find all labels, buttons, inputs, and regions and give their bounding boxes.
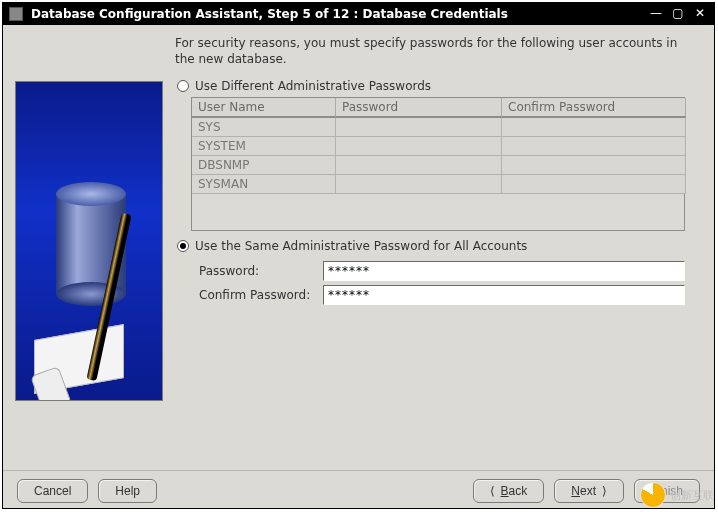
intro-text: For security reasons, you must specify p…	[175, 35, 700, 67]
table-header-row: User Name Password Confirm Password	[192, 98, 684, 118]
wizard-image	[15, 81, 163, 401]
wizard-main: For security reasons, you must specify p…	[167, 25, 714, 470]
password-label: Password:	[199, 264, 317, 278]
table-row: SYSTEM	[192, 137, 684, 156]
radio-unselected-icon	[177, 80, 189, 92]
chevron-left-icon: ⟨	[490, 484, 495, 498]
back-button[interactable]: ⟨ Back	[473, 479, 545, 503]
titlebar: Database Configuration Assistant, Step 5…	[3, 3, 714, 25]
col-password: Password	[336, 98, 502, 118]
cell-password	[336, 175, 502, 194]
option-same-password[interactable]: Use the Same Administrative Password for…	[177, 239, 700, 253]
wizard-footer: Cancel Help ⟨ Back Next ⟩ Finish	[3, 470, 714, 510]
cell-confirm	[502, 156, 686, 175]
watermark: 创新互联	[640, 482, 714, 508]
wizard-sidebar	[3, 25, 167, 470]
option-different-passwords[interactable]: Use Different Administrative Passwords	[177, 79, 700, 93]
option-different-label: Use Different Administrative Passwords	[195, 79, 431, 93]
watermark-icon	[640, 482, 666, 508]
col-user: User Name	[192, 98, 336, 118]
option-same-label: Use the Same Administrative Password for…	[195, 239, 527, 253]
table-row: DBSNMP	[192, 156, 684, 175]
minimize-icon[interactable]: —	[648, 7, 664, 21]
password-input[interactable]	[323, 261, 685, 281]
credentials-table: User Name Password Confirm Password SYS …	[191, 97, 685, 231]
cell-user: SYSMAN	[192, 175, 336, 194]
cell-confirm	[502, 137, 686, 156]
cell-password	[336, 137, 502, 156]
maximize-icon[interactable]: ▢	[670, 7, 686, 21]
cell-confirm	[502, 175, 686, 194]
cell-user: SYS	[192, 118, 336, 137]
next-button[interactable]: Next ⟩	[554, 479, 624, 503]
app-window: Database Configuration Assistant, Step 5…	[2, 2, 715, 509]
col-confirm: Confirm Password	[502, 98, 686, 118]
table-row: SYS	[192, 118, 684, 137]
cell-user: SYSTEM	[192, 137, 336, 156]
cell-confirm	[502, 118, 686, 137]
chevron-right-icon: ⟩	[602, 484, 607, 498]
app-icon	[9, 7, 23, 21]
watermark-text: 创新互联	[670, 488, 714, 503]
cell-password	[336, 118, 502, 137]
radio-selected-icon	[177, 240, 189, 252]
help-button[interactable]: Help	[98, 479, 157, 503]
confirm-password-input[interactable]	[323, 285, 685, 305]
window-title: Database Configuration Assistant, Step 5…	[31, 7, 508, 21]
cancel-button[interactable]: Cancel	[17, 479, 88, 503]
cell-password	[336, 156, 502, 175]
close-icon[interactable]: ✕	[692, 7, 708, 21]
cell-user: DBSNMP	[192, 156, 336, 175]
confirm-password-label: Confirm Password:	[199, 288, 317, 302]
table-row: SYSMAN	[192, 175, 684, 194]
